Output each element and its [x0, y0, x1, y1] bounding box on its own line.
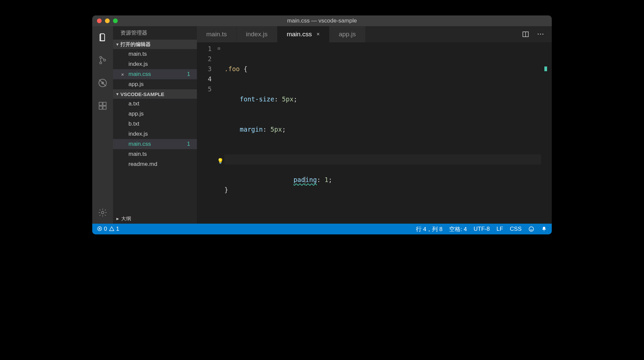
file-name-label: main.css: [128, 71, 151, 78]
svg-point-0: [100, 56, 102, 58]
svg-rect-6: [103, 102, 106, 105]
status-encoding[interactable]: UTF-8: [474, 226, 490, 232]
explorer-icon[interactable]: [98, 32, 108, 42]
status-eol[interactable]: LF: [496, 226, 503, 232]
code-content[interactable]: .foo { font-size: 5px; margin: 5px; 💡 pa…: [224, 42, 541, 224]
line-number-gutter: 1 2 3 4 5: [197, 42, 218, 224]
file-name-label: a.txt: [128, 100, 139, 107]
tab-label: app.js: [339, 31, 356, 38]
open-editors-section[interactable]: ▾ 打开的编辑器: [113, 40, 197, 49]
file-name-label: main.ts: [128, 151, 147, 158]
sidebar-title: 资源管理器: [113, 26, 197, 40]
notifications-bell-icon[interactable]: [541, 226, 547, 232]
fold-gutter: ⊟: [218, 42, 224, 224]
file-item[interactable]: app.js: [113, 109, 197, 119]
tab-label: main.css: [287, 31, 312, 38]
extensions-icon[interactable]: [98, 101, 108, 111]
svg-point-4: [101, 82, 104, 84]
workspace-label: VSCODE-SAMPLE: [120, 91, 164, 97]
chevron-down-icon: ▾: [116, 42, 118, 47]
fold-minus-icon[interactable]: ⊟: [218, 44, 224, 54]
file-item[interactable]: a.txt: [113, 99, 197, 109]
activity-bar: [92, 26, 113, 224]
explorer-sidebar: 资源管理器 ▾ 打开的编辑器 main.tsindex.js×main.css1…: [113, 26, 197, 224]
file-name-label: main.css: [128, 141, 151, 147]
file-item[interactable]: index.js: [113, 59, 197, 69]
file-name-label: index.js: [128, 131, 148, 137]
editor-tabs: main.tsindex.jsmain.css×app.js ···: [197, 26, 552, 42]
debug-icon[interactable]: [98, 78, 108, 88]
scrollbar[interactable]: [547, 42, 552, 224]
outline-label: 大纲: [121, 216, 131, 222]
file-name-label: app.js: [128, 81, 144, 88]
status-warnings[interactable]: 1: [109, 226, 119, 232]
file-item[interactable]: main.ts: [113, 149, 197, 159]
status-bar: 0 1 行 4，列 8 空格: 4 UTF-8 LF CSS: [92, 224, 552, 234]
tab-label: index.js: [246, 31, 267, 38]
editor-tab[interactable]: main.css×: [277, 26, 329, 42]
file-name-label: b.txt: [128, 121, 139, 127]
file-item[interactable]: readme.md: [113, 159, 197, 169]
editor-group: main.tsindex.jsmain.css×app.js ··· 1 2 3…: [197, 26, 552, 224]
problems-badge: 1: [187, 71, 190, 78]
chevron-down-icon: ▾: [116, 92, 118, 96]
editor-tab[interactable]: app.js: [329, 26, 366, 42]
more-actions-icon[interactable]: ···: [537, 31, 544, 38]
status-language[interactable]: CSS: [510, 226, 522, 232]
file-item[interactable]: ×main.css1: [113, 69, 197, 79]
file-item[interactable]: app.js: [113, 79, 197, 89]
code-editor[interactable]: 1 2 3 4 5 ⊟ .foo { font-size: 5px; margi…: [197, 42, 552, 224]
problems-badge: 1: [187, 141, 190, 147]
status-indentation[interactable]: 空格: 4: [449, 225, 467, 233]
status-cursor-position[interactable]: 行 4，列 8: [416, 225, 442, 233]
svg-rect-8: [103, 106, 106, 109]
lightbulb-icon[interactable]: 💡: [217, 156, 224, 166]
titlebar: main.css — vscode-sample: [92, 15, 552, 26]
close-tab-icon[interactable]: ×: [317, 31, 320, 37]
file-name-label: main.ts: [128, 51, 147, 57]
editor-tab[interactable]: index.js: [236, 26, 277, 42]
svg-rect-7: [99, 106, 102, 109]
outline-section[interactable]: ▸ 大纲: [113, 214, 197, 224]
minimap-warning-mark: [544, 66, 547, 71]
file-item[interactable]: b.txt: [113, 119, 197, 129]
source-control-icon[interactable]: [98, 55, 108, 65]
file-item[interactable]: main.ts: [113, 49, 197, 59]
workspace-section[interactable]: ▾ VSCODE-SAMPLE: [113, 89, 197, 99]
feedback-smiley-icon[interactable]: [528, 226, 534, 232]
status-errors[interactable]: 0: [97, 226, 107, 232]
svg-point-1: [100, 62, 102, 64]
split-editor-icon[interactable]: [522, 31, 529, 38]
file-name-label: index.js: [128, 61, 148, 68]
svg-rect-5: [99, 102, 102, 105]
file-item[interactable]: index.js: [113, 129, 197, 139]
file-name-label: app.js: [128, 110, 144, 117]
vscode-window: main.css — vscode-sample: [92, 15, 552, 234]
settings-gear-icon[interactable]: [98, 208, 108, 218]
svg-point-12: [529, 227, 534, 231]
file-item[interactable]: main.css1: [113, 139, 197, 149]
close-icon[interactable]: ×: [121, 72, 124, 77]
svg-point-9: [101, 211, 104, 214]
tab-label: main.ts: [206, 31, 227, 38]
window-title: main.css — vscode-sample: [92, 17, 552, 24]
minimap[interactable]: [541, 42, 547, 224]
file-name-label: readme.md: [128, 161, 157, 168]
editor-tab[interactable]: main.ts: [197, 26, 236, 42]
open-editors-label: 打开的编辑器: [120, 41, 151, 48]
chevron-right-icon: ▸: [116, 216, 119, 222]
